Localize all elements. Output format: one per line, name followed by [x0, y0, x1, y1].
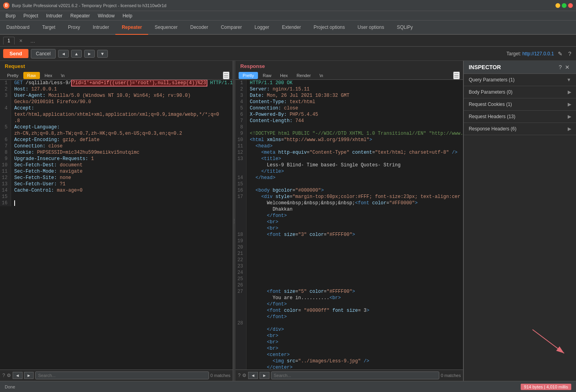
request-search-input[interactable] [35, 371, 209, 379]
tab-decoder[interactable]: Decoder [184, 21, 215, 35]
request-help-icon[interactable]: ? [2, 373, 5, 378]
inspector-body-params[interactable]: Body Parameters (0) ▶ [464, 86, 576, 98]
response-panel: Response Pretty Raw Hex Render \n ☰ 1 HT… [235, 61, 463, 381]
inspector-help-button[interactable]: ? [557, 63, 563, 71]
code-line: <br> [235, 333, 463, 339]
request-tab-pretty[interactable]: Pretty [3, 72, 23, 79]
main-tabbar: Dashboard Target Proxy Intruder Repeater… [0, 21, 576, 35]
menubar: Burp Project Intruder Repeater Window He… [0, 11, 576, 21]
tab-user-options[interactable]: User options [351, 21, 390, 35]
tab-comparer[interactable]: Comparer [215, 21, 248, 35]
request-settings-icon[interactable]: ⚙ [7, 373, 11, 378]
response-menu-button[interactable]: ☰ [453, 72, 460, 79]
help-button[interactable]: ? [567, 50, 573, 58]
maximize-button[interactable] [562, 3, 567, 8]
tab-dashboard[interactable]: Dashboard [0, 21, 36, 35]
inspector-query-label: Query Parameters (1) [469, 77, 567, 83]
send-button[interactable]: Send [3, 49, 28, 58]
menu-project[interactable]: Project [19, 11, 42, 20]
code-line: Less-9 Blind- Time based- Single Quotes-… [235, 162, 463, 168]
tab-extender[interactable]: Extender [276, 21, 307, 35]
tab-sqlipy[interactable]: SQLiPy [390, 21, 419, 35]
request-tab-raw[interactable]: Raw [23, 72, 40, 79]
add-tab-btn[interactable]: ... [27, 37, 38, 45]
code-line: 11 Sec-Fetch-Mode: navigate [0, 168, 233, 175]
request-menu-button[interactable]: ☰ [223, 72, 230, 79]
code-line: 2 Host: 127.0.0.1 [0, 86, 233, 92]
code-line: 23 [235, 263, 463, 270]
code-line: 8 Cookie: PHPSESSID=mic342hu599meiikvi5n… [0, 149, 233, 156]
code-line: 26 [235, 282, 463, 288]
tab-sequencer[interactable]: Sequencer [148, 21, 184, 35]
menu-repeater[interactable]: Repeater [66, 11, 94, 20]
code-line: 12 <meta http-equiv="Content-Type" conte… [235, 149, 463, 156]
response-tab-raw[interactable]: Raw [259, 72, 275, 79]
code-line: 5 Connection: close [235, 105, 463, 111]
nav-next-button[interactable]: ► [84, 50, 95, 58]
code-line: 8 [235, 124, 463, 130]
edit-target-button[interactable]: ✎ [556, 50, 564, 58]
code-line: 25 [235, 276, 463, 282]
response-search-back[interactable]: ◄ [248, 372, 258, 379]
response-tab-render[interactable]: Render [293, 72, 315, 79]
nav-back-button[interactable]: ◄ [58, 50, 69, 58]
menu-window[interactable]: Window [94, 11, 119, 20]
repeater-tab-1[interactable]: 1 [3, 37, 15, 45]
code-line: <img src="../images/Less-9.jpg" /> [235, 358, 463, 364]
response-settings-icon[interactable]: ⚙ [242, 373, 247, 378]
inspector-response-headers[interactable]: Response Headers (6) ▶ [464, 123, 576, 135]
request-code-area[interactable]: 1 GET /sqlilab/Less-9/?id=1'+and+if((use… [0, 80, 233, 369]
code-line: 14 </head> [235, 175, 463, 181]
code-line: </div> [235, 326, 463, 333]
code-line: <br> [235, 339, 463, 345]
annotation-arrow [525, 326, 572, 357]
code-line: </center> [235, 364, 463, 369]
inspector-close-button[interactable]: ✕ [563, 63, 571, 71]
request-search-fwd[interactable]: ► [24, 372, 34, 379]
close-tab-btn[interactable]: × [16, 37, 26, 45]
svg-line-1 [533, 330, 564, 353]
response-tab-pretty[interactable]: Pretty [239, 72, 258, 79]
response-search-input[interactable] [271, 371, 439, 379]
response-tabs: Pretty Raw Hex Render \n ☰ [235, 72, 463, 80]
menu-burp[interactable]: Burp [2, 11, 19, 20]
toolbar: Send Cancel ◄ ▲ ► ▼ Target: http://127.0… [0, 47, 576, 61]
response-tab-newline[interactable]: \n [316, 72, 327, 79]
tab-repeater[interactable]: Repeater [115, 21, 148, 35]
code-line: <br> [235, 225, 463, 232]
cancel-button[interactable]: Cancel [31, 49, 56, 58]
code-line: 14 Cache-Control: max-age=0 [0, 187, 233, 194]
code-line: <center> [235, 352, 463, 358]
req-headers-chevron: ▶ [568, 114, 571, 119]
nav-fwd-button[interactable]: ▲ [71, 50, 82, 58]
tab-target[interactable]: Target [36, 21, 62, 35]
code-line: 28 [235, 320, 463, 326]
code-line: <br> [235, 219, 463, 225]
tab-project-options[interactable]: Project options [307, 21, 351, 35]
code-line: 4 Content-Type: text/html [235, 99, 463, 105]
menu-help[interactable]: Help [119, 11, 136, 20]
response-search-fwd[interactable]: ► [260, 372, 269, 379]
target-label: Target: http://127.0.0.1 [506, 51, 554, 57]
code-line: 17 <div style="margin-top:60px;color:#FF… [235, 194, 463, 200]
response-help-icon[interactable]: ? [238, 373, 241, 378]
response-tab-hex[interactable]: Hex [276, 72, 292, 79]
request-tab-hex[interactable]: Hex [41, 72, 56, 79]
request-search-back[interactable]: ◄ [13, 372, 23, 379]
request-tabs: Pretty Raw Hex \n ☰ [0, 72, 233, 80]
close-button[interactable] [568, 3, 573, 8]
tab-logger[interactable]: Logger [248, 21, 275, 35]
minimize-button[interactable] [555, 3, 560, 8]
response-header: Response [235, 61, 463, 72]
nav-down-button[interactable]: ▼ [97, 50, 108, 58]
main-area: Request Pretty Raw Hex \n ☰ 1 GET /sqlil… [0, 61, 576, 381]
code-line: 11 <head> [235, 143, 463, 149]
request-tab-newline[interactable]: \n [57, 72, 68, 79]
inspector-request-headers[interactable]: Request Headers (13) ▶ [464, 111, 576, 123]
tab-intruder[interactable]: Intruder [87, 21, 115, 35]
response-code-area[interactable]: 1 HTTP/1.1 200 OK 2 Server: nginx/1.15.1… [235, 80, 463, 369]
tab-proxy[interactable]: Proxy [62, 21, 87, 35]
inspector-request-cookies[interactable]: Request Cookies (1) ▶ [464, 98, 576, 111]
inspector-query-params[interactable]: Query Parameters (1) ▼ [464, 74, 576, 86]
menu-intruder[interactable]: Intruder [42, 11, 66, 20]
